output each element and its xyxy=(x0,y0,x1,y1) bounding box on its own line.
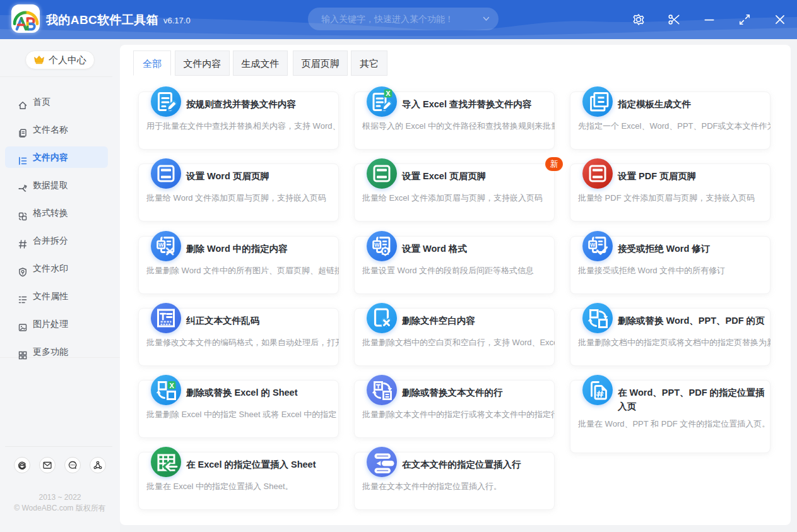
svg-text:W: W xyxy=(590,242,596,248)
svg-text:X: X xyxy=(169,382,174,389)
svg-text:W: W xyxy=(158,242,164,248)
svg-text:W: W xyxy=(374,242,380,248)
svg-text:X: X xyxy=(386,90,391,97)
